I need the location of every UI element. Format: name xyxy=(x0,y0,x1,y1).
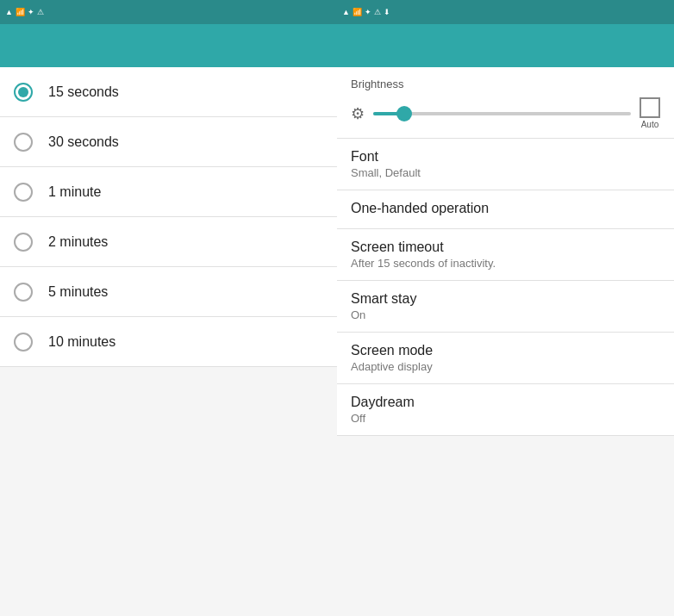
right-top-bar xyxy=(337,24,674,67)
radio-label: 30 seconds xyxy=(48,134,119,150)
display-settings-list: Brightness⚙AutoFontSmall, DefaultOne-han… xyxy=(337,67,674,616)
slider-thumb xyxy=(396,106,412,121)
timeout-options-list: 15 seconds30 seconds1 minute2 minutes5 m… xyxy=(0,67,337,616)
setting-subtitle: Small, Default xyxy=(351,166,660,179)
r-signal-icon: ▲ xyxy=(342,8,350,16)
brightness-setting: Brightness⚙Auto xyxy=(337,67,674,139)
radio-circle xyxy=(14,233,33,252)
setting-subtitle: Adaptive display xyxy=(351,360,660,373)
setting-title: Font xyxy=(351,149,660,165)
radio-circle xyxy=(14,133,33,152)
setting-title: Screen timeout xyxy=(351,240,660,255)
radio-circle xyxy=(14,183,33,202)
radio-label: 2 minutes xyxy=(48,234,108,250)
radio-circle xyxy=(14,333,33,352)
display-setting-row[interactable]: Smart stayOn xyxy=(337,281,674,333)
auto-brightness-checkbox[interactable] xyxy=(640,97,660,118)
setting-title: One-handed operation xyxy=(351,201,660,216)
setting-title: Screen mode xyxy=(351,343,660,358)
radio-label: 1 minute xyxy=(48,184,101,200)
r-bt-icon: ✦ xyxy=(365,8,371,16)
timeout-option[interactable]: 15 seconds xyxy=(0,67,337,117)
r-wifi-icon: 📶 xyxy=(353,8,362,16)
right-status-bar: ▲ 📶 ✦ ⚠ ⬇ xyxy=(337,0,674,24)
left-status-bar: ▲ 📶 ✦ ⚠ xyxy=(0,0,337,24)
display-setting-row[interactable]: Screen timeoutAfter 15 seconds of inacti… xyxy=(337,229,674,281)
left-status-icons: ▲ 📶 ✦ ⚠ xyxy=(5,8,44,16)
timeout-option[interactable]: 1 minute xyxy=(0,167,337,217)
auto-brightness-container[interactable]: Auto xyxy=(640,97,660,129)
timeout-option[interactable]: 2 minutes xyxy=(0,217,337,267)
display-panel: ▲ 📶 ✦ ⚠ ⬇ Brightness⚙AutoFontSmall, Defa… xyxy=(337,0,674,616)
setting-subtitle: After 15 seconds of inactivity. xyxy=(351,257,660,270)
setting-title: Smart stay xyxy=(351,291,660,307)
display-setting-row[interactable]: FontSmall, Default xyxy=(337,139,674,190)
radio-label: 15 seconds xyxy=(48,84,119,100)
screen-timeout-panel: ▲ 📶 ✦ ⚠ 15 seconds30 seconds1 minute2 mi… xyxy=(0,0,337,616)
setting-subtitle: On xyxy=(351,308,660,321)
brightness-label: Brightness xyxy=(351,78,660,90)
radio-circle xyxy=(14,283,33,302)
alert-icon: ⚠ xyxy=(37,8,44,16)
timeout-option[interactable]: 30 seconds xyxy=(0,117,337,167)
signal-icon: ▲ xyxy=(5,8,13,16)
bt-icon: ✦ xyxy=(28,8,34,16)
wifi-icon: 📶 xyxy=(16,8,25,16)
right-status-icons: ▲ 📶 ✦ ⚠ ⬇ xyxy=(342,8,390,16)
timeout-option[interactable]: 5 minutes xyxy=(0,267,337,317)
gear-icon: ⚙ xyxy=(351,104,365,123)
r-alert-icon: ⚠ xyxy=(374,8,381,16)
setting-subtitle: Off xyxy=(351,412,660,425)
radio-label: 5 minutes xyxy=(48,284,108,300)
left-top-bar xyxy=(0,24,337,67)
brightness-slider[interactable] xyxy=(373,112,631,115)
radio-label: 10 minutes xyxy=(48,334,115,350)
display-setting-row[interactable]: Screen modeAdaptive display xyxy=(337,333,674,384)
r-download-icon: ⬇ xyxy=(384,8,390,16)
auto-brightness-label: Auto xyxy=(641,120,659,129)
display-setting-row[interactable]: One-handed operation xyxy=(337,190,674,229)
timeout-option[interactable]: 10 minutes xyxy=(0,317,337,367)
display-setting-row[interactable]: DaydreamOff xyxy=(337,384,674,436)
brightness-controls: ⚙Auto xyxy=(351,97,660,129)
radio-circle xyxy=(14,83,33,102)
setting-title: Daydream xyxy=(351,395,660,410)
